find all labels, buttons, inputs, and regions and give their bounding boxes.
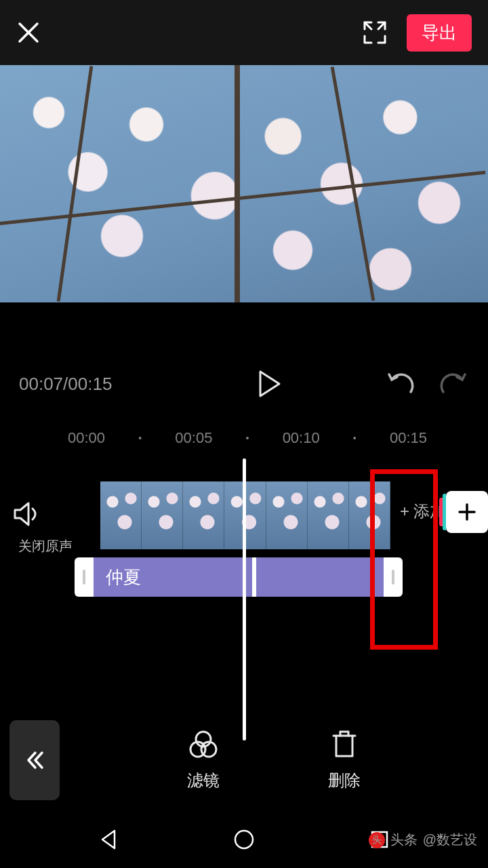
time-ruler[interactable]: 00:00 • 00:05 • 00:10 • 00:15: [0, 425, 488, 452]
svg-marker-5: [15, 503, 28, 525]
ruler-mark: 00:10: [283, 429, 320, 447]
time-display: 00:07/00:15: [19, 374, 155, 395]
close-icon[interactable]: [16, 20, 41, 45]
play-icon[interactable]: [256, 369, 283, 399]
video-preview[interactable]: [0, 65, 488, 302]
svg-marker-15: [102, 831, 115, 848]
audio-clip-name: 仲夏: [106, 566, 141, 589]
mute-original-sound[interactable]: 关闭原声: [12, 500, 79, 555]
filter-button[interactable]: 滤镜: [187, 729, 220, 791]
undo-icon[interactable]: [385, 370, 415, 397]
filter-label: 滤镜: [187, 770, 220, 791]
mute-label: 关闭原声: [12, 537, 79, 555]
fullscreen-icon[interactable]: [362, 20, 388, 45]
toutiao-icon: 头: [369, 832, 385, 848]
playhead[interactable]: [243, 458, 246, 741]
audio-track[interactable]: 仲夏: [75, 557, 403, 597]
ruler-mark: 00:05: [175, 429, 212, 447]
nav-home-icon[interactable]: [176, 829, 312, 850]
footer-prefix: 头条: [390, 831, 418, 849]
delete-button[interactable]: 删除: [328, 729, 361, 791]
delete-label: 删除: [328, 770, 361, 791]
svg-point-16: [235, 831, 253, 848]
svg-marker-4: [260, 372, 279, 396]
footer-credit: 头 头条 @数艺设: [369, 831, 477, 849]
bottom-toolbar: 滤镜 删除: [0, 709, 488, 811]
ruler-dot: •: [353, 433, 357, 443]
add-clip-button[interactable]: [446, 491, 488, 533]
top-bar: 导出: [0, 0, 488, 65]
footer-author: @数艺设: [423, 831, 477, 849]
ruler-mark: 00:00: [68, 429, 105, 447]
annotation-highlight: [370, 469, 438, 650]
collapse-button[interactable]: [9, 720, 60, 800]
audio-clip[interactable]: 仲夏: [94, 557, 384, 597]
trim-handle-left[interactable]: [75, 557, 94, 597]
ruler-mark: 00:15: [390, 429, 427, 447]
nav-back-icon[interactable]: [41, 828, 176, 851]
export-button[interactable]: 导出: [407, 14, 472, 52]
playback-controls: 00:07/00:15: [0, 343, 488, 425]
ruler-dot: •: [246, 433, 249, 443]
ruler-dot: •: [138, 433, 142, 443]
redo-icon[interactable]: [439, 370, 469, 397]
